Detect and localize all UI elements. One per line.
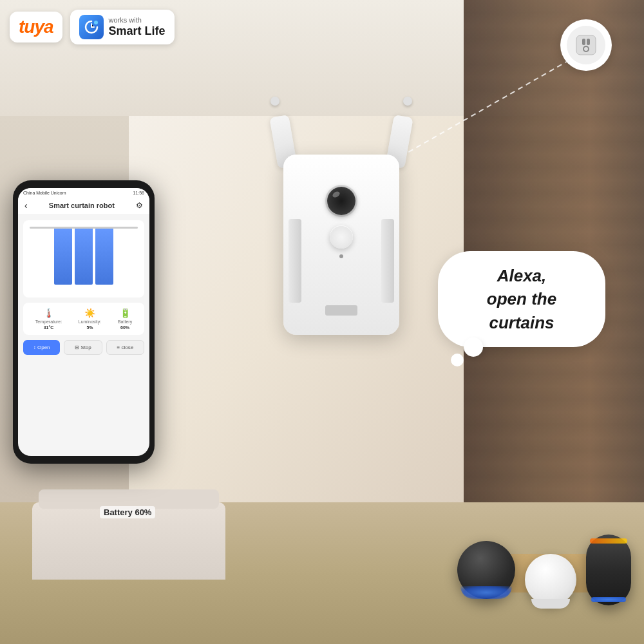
echo-ring xyxy=(590,538,627,544)
settings-button[interactable]: ⚙ xyxy=(136,201,143,210)
side-bracket-right xyxy=(381,219,394,303)
side-bracket-left xyxy=(289,219,301,303)
arm-tip-left xyxy=(270,97,279,106)
smart-life-icon xyxy=(79,15,104,39)
device-body xyxy=(283,155,399,335)
echo-dot-speaker xyxy=(457,541,515,599)
status-bar: China Mobile Unicom 11:56 xyxy=(18,188,149,196)
smart-life-badge: works with Smart Life xyxy=(70,10,175,44)
tuya-logo: tuya xyxy=(19,17,53,37)
stop-button[interactable]: ⊟ Stop xyxy=(64,340,102,355)
phone-notch xyxy=(64,180,103,185)
phone-container: China Mobile Unicom 11:56 ‹ Smart curtai… xyxy=(13,180,155,464)
alexa-speech-bubble: Alexa, open the curtains xyxy=(438,251,605,347)
luminosity-icon: ☀️ xyxy=(84,308,95,318)
alexa-text: Alexa, open the curtains xyxy=(457,264,586,334)
curtain-panel-1 xyxy=(54,227,72,285)
svg-rect-2 xyxy=(582,39,585,45)
battery-badge-label: Battery 60% xyxy=(100,506,155,518)
luminosity-value: 5% xyxy=(86,325,93,330)
arm-tip-right xyxy=(403,97,412,106)
temperature-icon: 🌡️ xyxy=(43,308,54,318)
curtain-preview xyxy=(23,220,144,298)
phone-screen: China Mobile Unicom 11:56 ‹ Smart curtai… xyxy=(18,188,149,456)
battery-value-phone: 60% xyxy=(120,325,129,330)
top-badges: tuya works with Smart Life xyxy=(10,10,175,44)
battery-icon: 🔋 xyxy=(120,308,131,318)
alexa-line2: open the curtains xyxy=(487,289,556,332)
charging-port xyxy=(325,305,357,316)
works-with-label: works with xyxy=(109,16,166,24)
socket-badge xyxy=(560,19,612,71)
temperature-sensor: 🌡️ Temperature: 31°C xyxy=(35,308,62,330)
app-header: ‹ Smart curtain robot ⚙ xyxy=(18,196,149,215)
google-home-speaker xyxy=(525,554,576,605)
echo-tall-speaker xyxy=(586,535,631,605)
socket-icon xyxy=(567,26,605,64)
smart-life-text: works with Smart Life xyxy=(109,16,166,39)
control-row: ↕ Open ⊟ Stop ≡ close xyxy=(23,340,144,355)
alexa-line1: Alexa, xyxy=(497,266,547,285)
close-button[interactable]: ≡ close xyxy=(106,340,144,355)
temperature-value: 31°C xyxy=(44,325,54,330)
camera-lens xyxy=(327,187,355,215)
curtain-panel-3 xyxy=(95,227,113,285)
svg-rect-3 xyxy=(587,39,590,45)
center-button[interactable] xyxy=(330,225,353,249)
curtain-robot-device xyxy=(264,103,419,374)
app-title-text: Smart curtain robot xyxy=(49,202,115,209)
smart-life-name: Smart Life xyxy=(109,24,166,39)
sensor-row: 🌡️ Temperature: 31°C ☀️ Luminosity: 5% 🔋… xyxy=(23,303,144,335)
curtain-track xyxy=(30,227,138,229)
dot-indicator xyxy=(339,254,343,258)
battery-label-phone: Battery xyxy=(118,319,132,324)
curtain-panel-2 xyxy=(75,227,93,285)
open-button[interactable]: ↕ Open xyxy=(23,340,60,355)
tuya-badge: tuya xyxy=(10,12,62,43)
luminosity-label: Luminosity: xyxy=(79,319,101,324)
speakers-container xyxy=(457,535,631,605)
temperature-label: Temperature: xyxy=(35,319,62,324)
battery-sensor: 🔋 Battery 60% xyxy=(118,308,132,330)
time-display: 11:56 xyxy=(133,191,144,195)
luminosity-sensor: ☀️ Luminosity: 5% xyxy=(79,308,101,330)
back-button[interactable]: ‹ xyxy=(24,200,28,211)
carrier-text: China Mobile Unicom xyxy=(23,191,66,195)
svg-point-5 xyxy=(94,21,98,24)
curtain-visual xyxy=(54,220,113,298)
phone-mockup: China Mobile Unicom 11:56 ‹ Smart curtai… xyxy=(13,180,155,464)
